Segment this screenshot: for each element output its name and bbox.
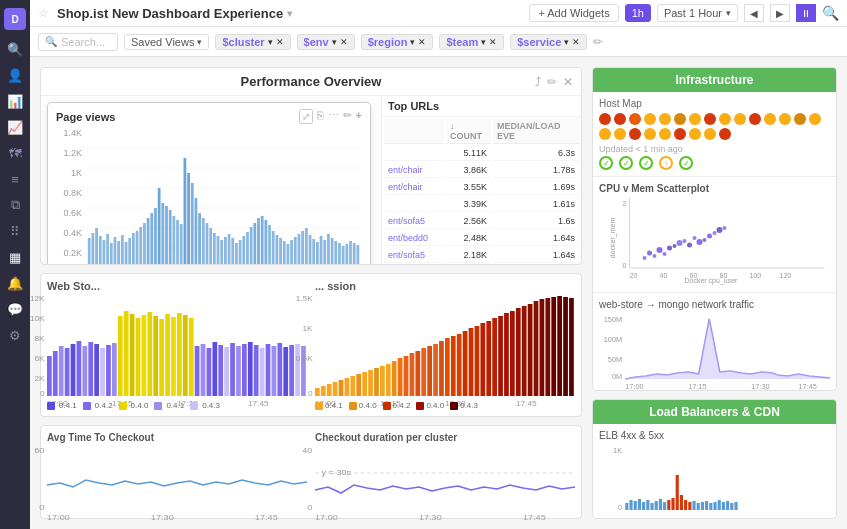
svg-rect-89 xyxy=(100,348,105,396)
sidebar-icon-chart[interactable]: 📊 xyxy=(4,90,26,112)
delete-icon[interactable]: ✕ xyxy=(563,75,573,89)
topbar-actions: + Add Widgets 1h Past 1 Hour ▾ ◀ ▶ ⏸ 🔍 xyxy=(529,4,839,22)
options-icon[interactable]: ⋯ xyxy=(328,109,339,124)
svg-rect-34 xyxy=(191,183,194,265)
saved-views-dropdown[interactable]: Saved Views ▾ xyxy=(124,34,209,50)
svg-rect-263 xyxy=(730,503,733,510)
sidebar-icon-settings[interactable]: ⚙ xyxy=(4,324,26,346)
svg-point-212 xyxy=(653,254,657,258)
nav-prev-button[interactable]: ◀ xyxy=(744,4,764,22)
web-store-chart: 12K 10K 8K 6K 2K 0 17:00 17:15 17:30 17:… xyxy=(47,296,307,396)
chart-y-labels: 1.4K 1.2K 1K 0.8K 0.6K 0.4K 0.2K 0K xyxy=(56,128,84,265)
svg-rect-93 xyxy=(124,311,129,396)
svg-rect-105 xyxy=(195,346,200,396)
svg-rect-244 xyxy=(650,503,653,510)
edit-filter-icon[interactable]: ✏ xyxy=(593,35,603,49)
svg-rect-147 xyxy=(392,361,397,396)
svg-rect-172 xyxy=(540,299,545,396)
svg-rect-101 xyxy=(171,317,176,396)
svg-text:17:45: 17:45 xyxy=(799,383,817,391)
sidebar-icon-chat[interactable]: 💬 xyxy=(4,298,26,320)
svg-rect-262 xyxy=(726,501,729,510)
svg-text:100: 100 xyxy=(750,272,762,279)
svg-text:40: 40 xyxy=(660,272,668,279)
sidebar-icon-list[interactable]: ≡ xyxy=(4,168,26,190)
svg-rect-260 xyxy=(718,500,721,510)
svg-rect-46 xyxy=(235,243,238,265)
svg-rect-139 xyxy=(345,378,350,396)
svg-rect-155 xyxy=(439,341,444,396)
sidebar-icon-map[interactable]: 🗺 xyxy=(4,142,26,164)
popup-icons: ⤢ ⎘ ⋯ ✏ + xyxy=(299,109,362,124)
web-store-title: Web Sto... xyxy=(47,280,307,292)
svg-point-213 xyxy=(657,247,663,253)
svg-rect-11 xyxy=(106,234,109,265)
svg-rect-92 xyxy=(118,316,123,396)
svg-rect-102 xyxy=(177,313,182,396)
star-icon[interactable]: ☆ xyxy=(38,6,49,20)
svg-rect-44 xyxy=(228,234,231,265)
sidebar-icon-user[interactable]: 👤 xyxy=(4,64,26,86)
time-range-select[interactable]: Past 1 Hour ▾ xyxy=(657,4,738,22)
filter-team[interactable]: $team ▾ ✕ xyxy=(439,34,504,50)
sidebar-icon-bell[interactable]: 🔔 xyxy=(4,272,26,294)
svg-rect-65 xyxy=(305,228,308,265)
search-icon-top[interactable]: 🔍 xyxy=(822,5,839,21)
svg-text:2: 2 xyxy=(623,200,627,207)
svg-rect-37 xyxy=(202,218,205,265)
svg-rect-82 xyxy=(59,346,64,396)
svg-rect-71 xyxy=(327,234,330,265)
pencil-icon[interactable]: ✏ xyxy=(343,109,352,124)
sidebar-icon-layers[interactable]: ⧉ xyxy=(4,194,26,216)
filter-service[interactable]: $service ▾ ✕ xyxy=(510,34,587,50)
svg-rect-152 xyxy=(421,348,426,396)
top-urls-title: Top URLs xyxy=(382,96,581,117)
svg-rect-63 xyxy=(298,234,301,265)
sidebar-icon-dots[interactable]: ⠿ xyxy=(4,220,26,242)
svg-text:1.5K: 1.5K xyxy=(296,295,314,303)
svg-text:1K: 1K xyxy=(613,447,622,455)
1h-button[interactable]: 1h xyxy=(625,4,651,22)
svg-rect-160 xyxy=(469,328,474,396)
svg-text:17:15: 17:15 xyxy=(688,383,706,391)
svg-rect-21 xyxy=(143,223,146,265)
close-popup-icon[interactable]: + xyxy=(356,109,362,124)
search-box[interactable]: 🔍 Search... xyxy=(38,33,118,51)
share-icon[interactable]: ⤴ xyxy=(535,75,541,89)
svg-rect-251 xyxy=(680,495,683,510)
filter-cluster[interactable]: $cluster ▾ ✕ xyxy=(215,34,290,50)
edit-icon[interactable]: ✏ xyxy=(547,75,557,89)
nav-next-button[interactable]: ▶ xyxy=(770,4,790,22)
svg-rect-115 xyxy=(254,345,259,396)
svg-rect-135 xyxy=(321,386,326,396)
network-title: web-store → mongo network traffic xyxy=(599,299,830,310)
svg-rect-134 xyxy=(315,388,320,396)
svg-rect-146 xyxy=(386,364,391,396)
table-row: ent/chair 3.55K 1.69s xyxy=(384,180,579,195)
sidebar-icon-grid[interactable]: ▦ xyxy=(4,246,26,268)
svg-rect-19 xyxy=(136,231,139,265)
svg-text:17:30: 17:30 xyxy=(151,514,174,522)
elb-title: ELB 4xx & 5xx xyxy=(599,430,830,441)
dropdown-icon[interactable]: ▾ xyxy=(287,8,292,19)
svg-rect-154 xyxy=(433,344,438,396)
dropdown-chevron: ▾ xyxy=(726,8,731,18)
page-title: Shop.ist New Dashboard Experience ▾ xyxy=(57,6,292,21)
sidebar-icon-graph[interactable]: 📈 xyxy=(4,116,26,138)
updated-text: Updated < 1 min ago xyxy=(599,144,830,154)
filter-env[interactable]: $env ▾ ✕ xyxy=(297,34,355,50)
expand-icon[interactable]: ⤢ xyxy=(299,109,313,124)
add-widgets-button[interactable]: + Add Widgets xyxy=(529,4,618,22)
pause-button[interactable]: ⏸ xyxy=(796,4,816,22)
svg-rect-27 xyxy=(165,206,168,265)
sidebar-icon-search[interactable]: 🔍 xyxy=(4,38,26,60)
svg-rect-22 xyxy=(147,218,150,265)
svg-rect-161 xyxy=(475,326,480,396)
saved-views-label: Saved Views xyxy=(131,36,194,48)
svg-rect-113 xyxy=(242,344,247,396)
svg-rect-241 xyxy=(638,499,641,510)
copy-icon[interactable]: ⎘ xyxy=(317,109,324,124)
table-row: ent/bedd0 2.48K 1.64s xyxy=(384,231,579,246)
filter-region[interactable]: $region ▾ ✕ xyxy=(361,34,434,50)
main-content: ☆ Shop.ist New Dashboard Experience ▾ + … xyxy=(30,0,847,529)
